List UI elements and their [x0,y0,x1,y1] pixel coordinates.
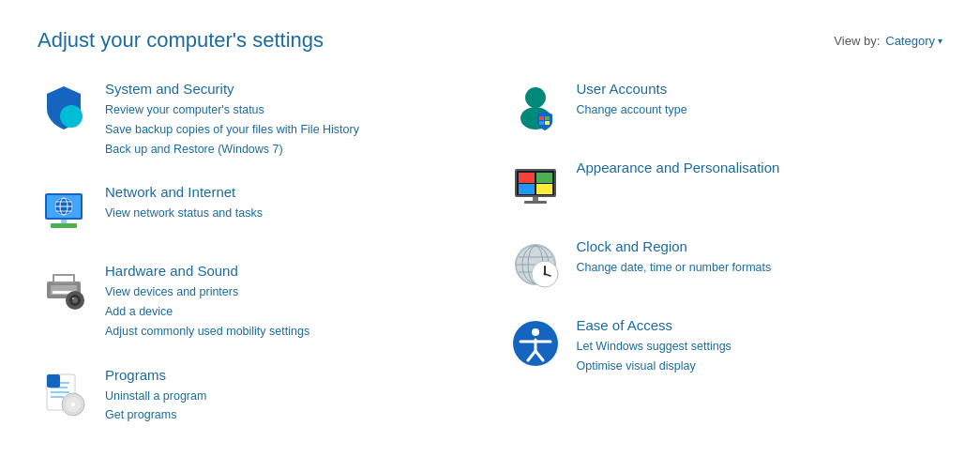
svg-rect-41 [524,201,547,204]
ease-of-access-text: Ease of Access Let Windows suggest setti… [577,317,731,375]
svg-rect-39 [536,184,552,194]
view-by-dropdown[interactable]: Category ▾ [885,34,942,48]
svg-rect-30 [539,116,544,120]
ease-of-access-name[interactable]: Ease of Access [577,317,731,333]
user-accounts-name[interactable]: User Accounts [577,81,687,97]
programs-icon [38,367,90,419]
category-appearance: Appearance and Personalisation [509,160,943,212]
view-by-label: View by: [834,34,880,48]
svg-rect-8 [61,220,67,223]
ease-of-access-link-0[interactable]: Let Windows suggest settings [577,338,731,356]
clock-icon [509,238,562,291]
appearance-icon [509,160,562,212]
hardware-name[interactable]: Hardware and Sound [105,263,309,279]
ease-of-access-icon [509,317,562,370]
system-security-link-0[interactable]: Review your computer's status [105,101,359,119]
svg-rect-14 [54,276,73,282]
network-link-0[interactable]: View network status and tasks [105,205,263,222]
hardware-text: Hardware and Sound View devices and prin… [105,263,309,340]
svg-point-0 [60,105,83,128]
svg-point-27 [71,403,75,406]
svg-rect-31 [545,116,550,120]
category-hardware: Hardware and Sound View devices and prin… [38,263,472,340]
ease-of-access-link-1[interactable]: Optimise visual display [577,358,731,375]
category-system-security: System and Security Review your computer… [38,81,472,158]
programs-link-0[interactable]: Uninstall a program [105,388,206,405]
user-accounts-icon [509,81,562,133]
categories-grid: System and Security Review your computer… [38,81,942,450]
right-column: User Accounts Change account type [509,81,943,450]
chevron-down-icon: ▾ [938,36,942,46]
svg-point-53 [543,273,546,276]
svg-point-28 [525,87,546,108]
category-ease-of-access: Ease of Access Let Windows suggest setti… [509,317,943,375]
svg-rect-22 [51,391,69,393]
page-title: Adjust your computer's settings [38,28,324,53]
clock-name[interactable]: Clock and Region [577,238,772,254]
view-by-control: View by: Category ▾ [834,34,942,48]
clock-link-0[interactable]: Change date, time or number formats [577,259,772,277]
hardware-link-2[interactable]: Adjust commonly used mobility settings [105,323,309,341]
programs-name[interactable]: Programs [105,367,206,383]
appearance-name[interactable]: Appearance and Personalisation [577,160,780,175]
svg-rect-33 [545,121,550,125]
category-user-accounts: User Accounts Change account type [509,81,943,133]
svg-rect-36 [519,173,535,183]
programs-link-1[interactable]: Get programs [105,406,206,424]
system-security-link-2[interactable]: Back up and Restore (Windows 7) [105,141,359,159]
programs-text: Programs Uninstall a program Get program… [105,367,206,425]
category-clock: Clock and Region Change date, time or nu… [509,238,943,291]
hardware-link-1[interactable]: Add a device [105,303,309,321]
network-icon [38,184,90,236]
svg-rect-40 [533,197,538,201]
category-network: Network and Internet View network status… [38,184,472,236]
user-accounts-text: User Accounts Change account type [577,81,687,119]
svg-point-18 [72,297,74,299]
page-header: Adjust your computer's settings View by:… [38,28,942,53]
network-text: Network and Internet View network status… [105,184,263,222]
user-accounts-link-0[interactable]: Change account type [577,101,687,119]
svg-rect-9 [51,223,77,228]
hardware-link-0[interactable]: View devices and printers [105,283,309,301]
svg-rect-24 [47,374,60,388]
left-column: System and Security Review your computer… [38,81,472,450]
appearance-text: Appearance and Personalisation [577,160,780,178]
system-security-icon [38,81,90,133]
svg-rect-23 [51,396,64,398]
category-programs: Programs Uninstall a program Get program… [38,367,472,425]
system-security-link-1[interactable]: Save backup copies of your files with Fi… [105,121,359,139]
svg-rect-32 [539,121,544,125]
system-security-text: System and Security Review your computer… [105,81,359,158]
svg-point-55 [532,328,539,336]
network-name[interactable]: Network and Internet [105,184,263,200]
system-security-name[interactable]: System and Security [105,81,359,97]
clock-text: Clock and Region Change date, time or nu… [577,238,772,277]
svg-rect-37 [536,173,552,183]
hardware-icon [38,263,90,315]
svg-rect-38 [519,184,535,194]
